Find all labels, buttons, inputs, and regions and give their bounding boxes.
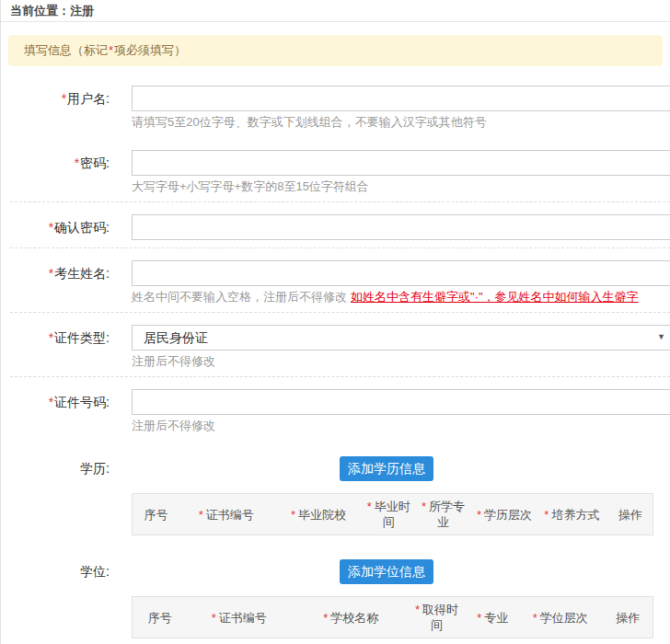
notice-text-suffix: 项必须填写） xyxy=(114,43,186,57)
education-table-header: 序号 *证书编号 *毕业院校 *毕业时间 *所学专业 *学历层次 *培养方式 操… xyxy=(132,493,653,535)
registration-page: 当前位置：注册 填写信息（标记*项必须填写） *用户名: 请填写5至20位字母、… xyxy=(0,0,670,644)
field-row-confirm-password: *确认密码: xyxy=(1,214,670,240)
column-header-obtain-time: *取得时间 xyxy=(408,598,465,637)
column-header-training-mode: *培养方式 xyxy=(538,503,606,526)
id-type-hint: 注册后不得修改 xyxy=(132,353,670,369)
degree-table-header: 序号 *证书编号 *学校名称 *取得时间 *专业 *学位层次 操作 xyxy=(132,596,653,638)
username-input[interactable] xyxy=(132,86,670,111)
required-star-icon: * xyxy=(109,43,113,57)
required-star-icon: * xyxy=(49,220,53,235)
breadcrumb: 当前位置：注册 xyxy=(1,0,670,22)
required-star-icon: * xyxy=(75,155,79,170)
degree-section: 学位: 添加学位信息 序号 *证书编号 *学校名称 *取得时间 *专业 *学位层… xyxy=(1,559,670,638)
column-header-actions: 操作 xyxy=(606,503,653,526)
required-star-icon: * xyxy=(62,91,66,106)
field-row-id-number: *证件号码: 注册后不得修改 xyxy=(1,389,670,433)
field-row-password: *密码: 大写字母+小写字母+数字的8至15位字符组合 xyxy=(1,150,670,194)
dashed-divider xyxy=(10,247,670,248)
confirm-password-label: *确认密码: xyxy=(1,214,110,240)
column-header-education-level: *学历层次 xyxy=(470,503,537,526)
education-label: 学历: xyxy=(1,456,110,481)
dashed-divider xyxy=(10,312,670,313)
column-header-graduate-school: *毕业院校 xyxy=(275,503,361,526)
dashed-divider xyxy=(10,201,670,202)
breadcrumb-text: 当前位置：注册 xyxy=(10,4,94,17)
candidate-name-input[interactable] xyxy=(132,260,670,286)
column-header-cert-number: *证书编号 xyxy=(185,606,295,629)
degree-label: 学位: xyxy=(1,559,110,584)
required-star-icon: * xyxy=(49,330,53,345)
add-degree-button[interactable]: 添加学位信息 xyxy=(340,559,433,584)
field-row-id-type: *证件类型: 居民身份证 ▼ 注册后不得修改 xyxy=(1,325,670,369)
username-label: *用户名: xyxy=(1,86,110,130)
candidate-name-hint: 姓名中间不要输入空格，注册后不得修改如姓名中含有生僻字或"·"，参见姓名中如何输… xyxy=(132,289,670,305)
id-type-label: *证件类型: xyxy=(1,325,110,369)
column-header-graduate-time: *毕业时间 xyxy=(362,495,416,534)
column-header-cert-number: *证书编号 xyxy=(177,503,275,526)
column-header-actions: 操作 xyxy=(600,606,653,629)
required-star-icon: * xyxy=(49,266,53,281)
confirm-password-input[interactable] xyxy=(132,214,670,240)
rare-character-help-link[interactable]: 如姓名中含有生僻字或"·"，参见姓名中如何输入生僻字 xyxy=(351,290,639,304)
column-header-major-studied: *所学专业 xyxy=(416,495,470,534)
username-hint: 请填写5至20位字母、数字或下划线组合，不要输入汉字或其他符号 xyxy=(132,114,670,130)
notice-text-prefix: 填写信息（标记 xyxy=(24,43,108,57)
notice-banner: 填写信息（标记*项必须填写） xyxy=(8,35,663,66)
password-input[interactable] xyxy=(132,150,670,176)
required-star-icon: * xyxy=(49,395,53,409)
column-header-school-name: *学校名称 xyxy=(294,606,408,629)
education-table: 序号 *证书编号 *毕业院校 *毕业时间 *所学专业 *学历层次 *培养方式 操… xyxy=(132,493,653,535)
column-header-seq: 序号 xyxy=(133,503,177,526)
column-header-major: *专业 xyxy=(466,606,520,629)
id-number-input[interactable] xyxy=(132,389,670,415)
degree-table: 序号 *证书编号 *学校名称 *取得时间 *专业 *学位层次 操作 xyxy=(132,596,653,638)
add-education-button[interactable]: 添加学历信息 xyxy=(340,456,433,481)
registration-form: *用户名: 请填写5至20位字母、数字或下划线组合，不要输入汉字或其他符号 *密… xyxy=(1,66,670,638)
column-header-degree-level: *学位层次 xyxy=(520,606,601,629)
candidate-name-label: *考生姓名: xyxy=(1,260,110,305)
field-row-username: *用户名: 请填写5至20位字母、数字或下划线组合，不要输入汉字或其他符号 xyxy=(1,86,670,130)
password-hint: 大写字母+小写字母+数字的8至15位字符组合 xyxy=(132,178,670,194)
dashed-divider xyxy=(10,376,670,377)
password-label: *密码: xyxy=(1,150,110,194)
id-number-hint: 注册后不得修改 xyxy=(132,418,670,433)
education-section: 学历: 添加学历信息 序号 *证书编号 *毕业院校 *毕业时间 *所学专业 *学… xyxy=(1,456,670,535)
id-type-select[interactable]: 居民身份证 xyxy=(132,325,670,351)
column-header-seq: 序号 xyxy=(133,606,185,629)
field-row-candidate-name: *考生姓名: 姓名中间不要输入空格，注册后不得修改如姓名中含有生僻字或"·"，参… xyxy=(1,260,670,305)
id-number-label: *证件号码: xyxy=(1,389,110,433)
